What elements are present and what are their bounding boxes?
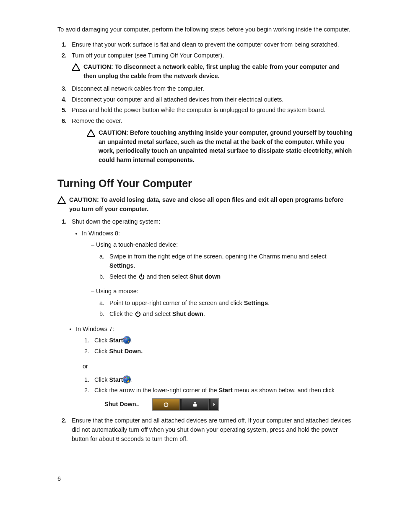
svg-rect-3: [141, 274, 142, 276]
start-orb-icon: [123, 376, 130, 383]
step-text: Turn off your computer (see Turning Off …: [72, 52, 224, 59]
power-icon: [135, 310, 141, 317]
step-item: Turn off your computer (see Turning Off …: [68, 51, 353, 81]
bold-text: Shut down: [172, 310, 203, 317]
sub-steps: Point to upper-right corner of the scree…: [91, 299, 353, 319]
bold-text: Start: [109, 376, 123, 383]
os-list: In Windows 7: Click Start. Click Shut Do…: [66, 325, 353, 411]
method-list: Using a touch-enabled device: Swipe in f…: [82, 240, 353, 318]
lock-segment: [182, 399, 209, 410]
step-item: Shut down the operating system: In Windo…: [68, 217, 353, 410]
shutdown-bar-image: [152, 399, 218, 410]
power-segment: [153, 399, 180, 410]
or-text: or: [83, 362, 353, 371]
preparation-steps: Ensure that your work surface is flat an…: [57, 40, 353, 165]
bold-text: Start: [219, 387, 233, 394]
intro-paragraph: To avoid damaging your computer, perform…: [57, 25, 353, 34]
caution-triangle-icon: [57, 196, 66, 204]
os-label: In Windows 8:: [82, 230, 120, 237]
shutdown-steps: Shut down the operating system: In Windo…: [57, 217, 353, 444]
step-item: Disconnect all network cables from the c…: [68, 84, 353, 94]
bold-text: Settings: [244, 300, 268, 306]
step-text: Shut down the operating system:: [72, 218, 160, 225]
sub-steps: Click Start. Click the arrow in the lowe…: [76, 376, 353, 411]
list-item: Select the and then select Shut down: [106, 272, 353, 282]
method-label: Using a touch-enabled device:: [96, 241, 178, 248]
sub-steps: Click Start. Click Shut Down.: [76, 336, 353, 356]
svg-rect-12: [193, 404, 197, 407]
start-orb-icon: [123, 336, 130, 344]
os-label: In Windows 7:: [76, 326, 114, 332]
arrow-segment: [210, 399, 218, 410]
svg-rect-7: [138, 311, 138, 313]
caution-block: CAUTION: To avoid losing data, save and …: [57, 196, 353, 214]
list-item: Click Shut Down.: [91, 347, 353, 356]
bold-text: Start: [109, 337, 123, 344]
list-item: Point to upper-right corner of the scree…: [106, 299, 353, 308]
list-item: Using a touch-enabled device: Swipe in f…: [91, 240, 353, 281]
list-item: In Windows 7: Click Start. Click Shut Do…: [76, 325, 353, 411]
shutdown-line: Shut Down..: [104, 399, 353, 410]
page-number: 6: [57, 475, 61, 484]
power-icon: [138, 273, 145, 280]
caution-block: CAUTION: Before touching anything inside…: [87, 128, 353, 165]
os-list: In Windows 8: Using a touch-enabled devi…: [72, 229, 353, 319]
document-page: To avoid damaging your computer, perform…: [0, 0, 400, 532]
caution-triangle-icon: [72, 63, 80, 71]
bold-text: Settings: [109, 262, 133, 269]
list-item: Using a mouse: Point to upper-right corn…: [91, 287, 353, 318]
caution-triangle-icon: [87, 129, 95, 137]
caution-text: CAUTION: Before touching anything inside…: [99, 128, 353, 165]
list-item: In Windows 8: Using a touch-enabled devi…: [82, 229, 353, 319]
step-text: Remove the cover.: [72, 117, 122, 124]
list-item: Click the and select Shut down.: [106, 310, 353, 319]
bold-text: Shut Down.: [104, 401, 138, 407]
caution-block: CAUTION: To disconnect a network cable, …: [72, 63, 353, 81]
step-item: Ensure that your work surface is flat an…: [68, 40, 353, 50]
method-label: Using a mouse:: [96, 288, 138, 295]
list-item: Click the arrow in the lower-right corne…: [91, 386, 353, 410]
step-item: Press and hold the power button while th…: [68, 106, 353, 115]
bold-text: Shut down: [190, 273, 221, 280]
caution-text: CAUTION: To disconnect a network cable, …: [83, 63, 353, 81]
step-item: Ensure that the computer and all attache…: [68, 416, 353, 443]
list-item: Click Start.: [91, 336, 353, 345]
list-item: Click Start.: [91, 376, 353, 385]
svg-rect-11: [166, 402, 166, 404]
step-item: Remove the cover. CAUTION: Before touchi…: [68, 117, 353, 165]
caution-text: CAUTION: To avoid losing data, save and …: [69, 196, 353, 214]
section-heading: Turning Off Your Computer: [57, 176, 353, 192]
sub-steps: Swipe in from the right edge of the scre…: [91, 252, 353, 281]
bold-text: Shut Down.: [109, 348, 143, 355]
list-item: Swipe in from the right edge of the scre…: [106, 252, 353, 271]
step-item: Disconnect your computer and all attache…: [68, 95, 353, 104]
